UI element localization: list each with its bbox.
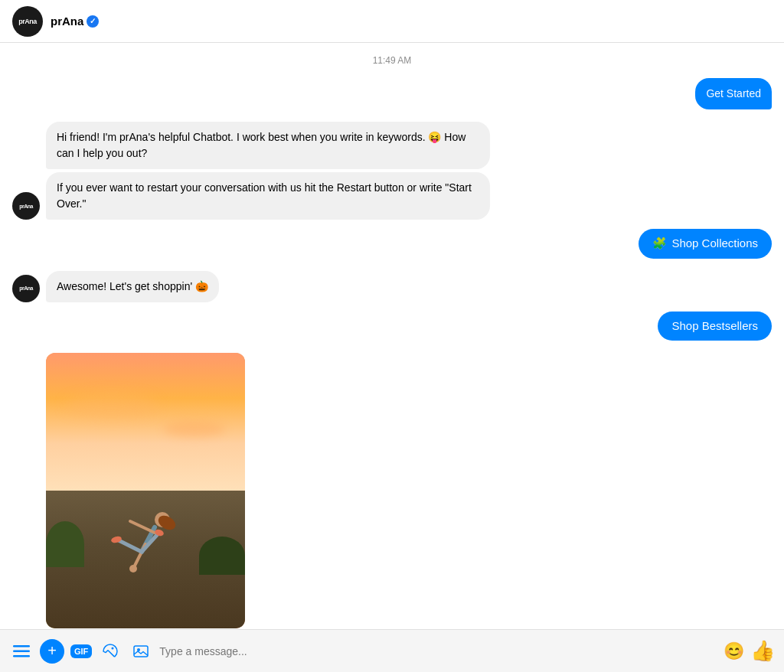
brand-avatar: prAna: [12, 6, 43, 37]
bot-bubble-2: If you ever want to restart your convers…: [46, 172, 490, 220]
shop-collections-emoji: 🧩: [652, 235, 667, 253]
chat-area: 11:49 AM Get Started prAna Hi friend! I'…: [0, 43, 784, 629]
plus-icon[interactable]: +: [40, 639, 64, 664]
message-row-get-started: Get Started: [12, 78, 772, 109]
image-actions: ⬆ ↩ ···: [46, 628, 772, 629]
product-image: [46, 353, 245, 628]
emoji-icon[interactable]: 😊: [724, 641, 744, 661]
svg-rect-14: [134, 646, 148, 657]
svg-line-3: [130, 521, 155, 533]
cloud-1: [66, 394, 158, 417]
message-row-shop-collections: 🧩 Shop Collections: [12, 229, 772, 259]
bot-awesome-group: prAna Awesome! Let's get shoppin' 🎃: [12, 271, 772, 302]
message-input[interactable]: [159, 641, 717, 662]
bottom-toolbar: + GIF 😊 👍: [0, 629, 784, 672]
svg-point-13: [112, 647, 114, 649]
bush-1: [46, 521, 84, 567]
yoga-figure: [107, 483, 184, 598]
bot-bubble-1: Hi friend! I'm prAna's helpful Chatbot. …: [46, 122, 490, 169]
svg-point-5: [129, 565, 137, 573]
svg-rect-10: [13, 645, 30, 648]
message-row-shop-bestsellers: Shop Bestsellers: [12, 312, 772, 341]
svg-rect-11: [13, 650, 30, 652]
timestamp: 11:49 AM: [12, 55, 772, 66]
bot-message-group: prAna Hi friend! I'm prAna's helpful Cha…: [12, 122, 772, 220]
cloud-2: [164, 422, 225, 437]
svg-rect-12: [13, 655, 30, 657]
bot-avatar: prAna: [12, 192, 40, 220]
bush-2: [199, 537, 245, 575]
product-image-card: [46, 353, 245, 628]
avatar-text: prAna: [18, 18, 37, 25]
get-started-bubble[interactable]: Get Started: [695, 78, 772, 109]
gif-button[interactable]: GIF: [70, 644, 92, 658]
message-row-bot-1: prAna Hi friend! I'm prAna's helpful Cha…: [12, 122, 772, 220]
gallery-icon[interactable]: [129, 639, 153, 664]
shop-bestsellers-button[interactable]: Shop Bestsellers: [658, 312, 772, 341]
header-brand-name: prAna ✓: [51, 15, 99, 28]
menu-icon[interactable]: [9, 639, 34, 664]
message-row-bot-awesome: prAna Awesome! Let's get shoppin' 🎃: [12, 271, 772, 302]
sticker-icon[interactable]: [98, 639, 122, 664]
svg-line-6: [119, 540, 142, 552]
shop-collections-button[interactable]: 🧩 Shop Collections: [639, 229, 772, 259]
verified-icon: ✓: [87, 15, 99, 28]
bot-avatar-2: prAna: [12, 275, 40, 302]
header: prAna prAna ✓: [0, 0, 784, 43]
like-icon[interactable]: 👍: [750, 639, 775, 663]
bot-bubble-awesome: Awesome! Let's get shoppin' 🎃: [46, 271, 219, 302]
